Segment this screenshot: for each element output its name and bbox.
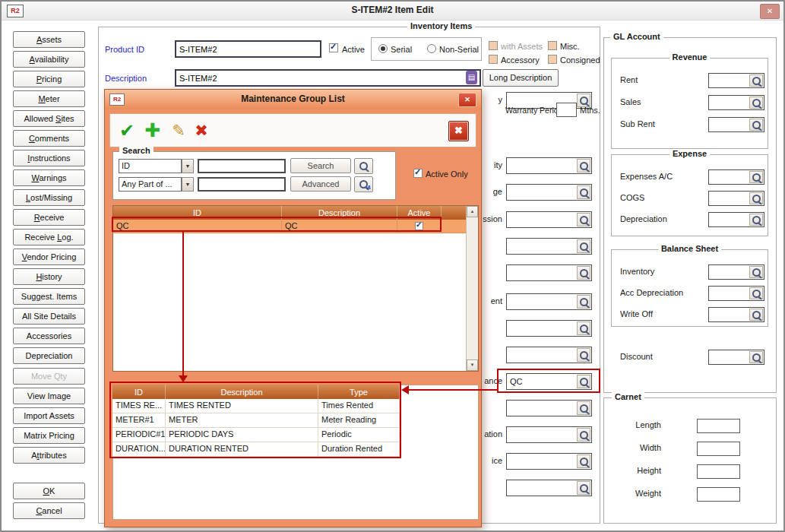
sidebar-item-depreciation[interactable]: Depreciation (13, 347, 85, 364)
lookup-field-11[interactable] (506, 426, 592, 443)
add-button[interactable]: ✚ (141, 114, 165, 147)
sidebar-item-instructions[interactable]: Instructions (13, 150, 85, 166)
lookup-field-5[interactable] (506, 264, 592, 281)
long-description-button[interactable]: Long Description (483, 69, 559, 87)
search-value-input[interactable] (198, 159, 286, 173)
search-button[interactable]: Search (290, 158, 351, 173)
column-header-id[interactable]: ID (113, 206, 282, 220)
misc-checkbox[interactable] (548, 41, 557, 50)
sidebar-item-meter[interactable]: Meter (13, 90, 85, 107)
lookup-field-4[interactable] (506, 238, 592, 255)
expenses-ac-field[interactable] (708, 169, 764, 185)
delete-button[interactable]: ✖ (189, 114, 214, 147)
lookup-field-12[interactable] (506, 453, 592, 470)
sidebar-item-warnings[interactable]: Warnings (13, 169, 85, 186)
advanced-search-icon-button[interactable]: A (354, 176, 373, 192)
sidebar-item-availability[interactable]: Availability (13, 51, 85, 68)
column-header-id[interactable]: ID (112, 385, 166, 399)
scroll-down-button[interactable]: ▼ (467, 359, 478, 371)
lookup-button[interactable] (577, 348, 590, 362)
sidebar-item-all-site-details[interactable]: All Site Details (13, 308, 85, 325)
checkbox-checked[interactable]: ✓ (415, 222, 423, 230)
expenses-ac-lookup-button[interactable] (749, 171, 763, 183)
description-input[interactable] (175, 69, 481, 87)
discount-lookup-button[interactable] (749, 351, 763, 363)
ok-button[interactable]: OK (13, 483, 85, 499)
lookup-field-8[interactable] (506, 347, 592, 363)
lookup-button[interactable] (577, 321, 590, 335)
sidebar-item-receive[interactable]: Receive (13, 209, 85, 226)
lookup-field-7[interactable] (506, 320, 592, 337)
sidebar-item-vendor-pricing[interactable]: Vendor Pricing (13, 249, 85, 265)
cogs-lookup-button[interactable] (749, 192, 763, 204)
sidebar-item-receive-log[interactable]: Receive Log. (13, 229, 85, 245)
edit-button[interactable]: ✎ (166, 114, 191, 147)
lookup-button[interactable] (577, 213, 590, 226)
sidebar-item-matrix-pricing[interactable]: Matrix Pricing (13, 427, 85, 444)
cogs-field[interactable] (708, 191, 764, 206)
column-header-type[interactable]: Type (318, 385, 400, 399)
window-close-button[interactable]: ✕ (760, 4, 780, 19)
table-row-selected[interactable]: QC QC ✓ (113, 220, 467, 233)
with-assets-checkbox[interactable] (489, 41, 498, 50)
accessory-checkbox[interactable] (489, 55, 498, 64)
rent-lookup-button[interactable] (749, 74, 763, 87)
accept-button[interactable]: ✔ (115, 114, 139, 147)
sidebar-item-assets[interactable]: Assets (13, 31, 85, 48)
dropdown-button[interactable]: ▼ (182, 159, 194, 173)
width-input[interactable] (697, 442, 740, 456)
column-header-active[interactable]: Active (397, 206, 442, 220)
lookup-field-1[interactable] (506, 157, 592, 174)
scroll-up-button[interactable]: ▲ (467, 206, 478, 217)
sales-field[interactable] (708, 95, 764, 110)
consigned-checkbox[interactable] (548, 55, 557, 64)
sidebar-item-lost-missing[interactable]: Lost/Missing (13, 189, 85, 206)
acc-depreciation-lookup-button[interactable] (749, 287, 763, 299)
dropdown-button[interactable]: ▼ (182, 177, 194, 192)
weight-input[interactable] (697, 487, 740, 502)
column-header-description[interactable]: Description (166, 385, 318, 399)
non-serial-radio[interactable] (427, 44, 436, 53)
lookup-field-6[interactable] (506, 293, 592, 310)
lookup-button[interactable] (577, 239, 590, 253)
warranty-period-input[interactable] (556, 103, 577, 117)
lookup-button[interactable] (577, 266, 590, 280)
height-input[interactable] (697, 464, 740, 479)
write-off-lookup-button[interactable] (749, 309, 763, 321)
inventory-field[interactable] (708, 264, 764, 280)
lookup-field-10[interactable] (506, 400, 592, 416)
notes-icon[interactable]: ▤ (466, 71, 477, 84)
length-input[interactable] (697, 419, 740, 433)
write-off-field[interactable] (708, 307, 764, 322)
lookup-button[interactable] (577, 481, 590, 495)
serial-radio[interactable] (378, 44, 388, 53)
lookup-button[interactable] (577, 185, 590, 199)
active-only-checkbox[interactable]: ✓ (413, 169, 423, 178)
search-icon-button[interactable] (354, 158, 373, 174)
lookup-field-3[interactable] (506, 211, 592, 228)
lookup-button[interactable] (577, 159, 590, 173)
dialog-close-button[interactable]: ✕ (458, 93, 476, 107)
vertical-scrollbar[interactable]: ▲ ▼ (466, 206, 478, 371)
acc-depreciation-field[interactable] (708, 286, 764, 301)
sidebar-item-attributes[interactable]: Attributes (13, 447, 85, 464)
sidebar-item-comments[interactable]: Comments (13, 130, 85, 147)
search-field-select[interactable]: ID (119, 159, 182, 173)
sidebar-item-allowed-sites[interactable]: Allowed Sites (13, 110, 85, 127)
sidebar-item-history[interactable]: History (13, 268, 85, 285)
lookup-button[interactable] (577, 428, 590, 442)
column-header-description[interactable]: Description (282, 206, 397, 220)
lookup-field-13[interactable] (506, 480, 592, 496)
table-row[interactable]: METER#1 METER Meter Reading (112, 413, 400, 428)
active-checkbox[interactable]: ✓ (329, 43, 338, 52)
lookup-button[interactable] (577, 454, 590, 468)
sidebar-item-accessories[interactable]: Accessories (13, 328, 85, 344)
lookup-button[interactable] (577, 401, 590, 415)
maintenance-group-field[interactable]: QC (506, 373, 592, 390)
lookup-button[interactable] (577, 295, 590, 309)
sales-lookup-button[interactable] (749, 97, 763, 109)
depreciation-field[interactable] (708, 212, 764, 227)
sidebar-item-import-assets[interactable]: Import Assets (13, 407, 85, 424)
table-row[interactable]: PERIODIC#1 PERIODIC DAYS Periodic (112, 428, 400, 442)
table-row[interactable]: DURATION... DURATION RENTED Duration Ren… (112, 442, 400, 457)
